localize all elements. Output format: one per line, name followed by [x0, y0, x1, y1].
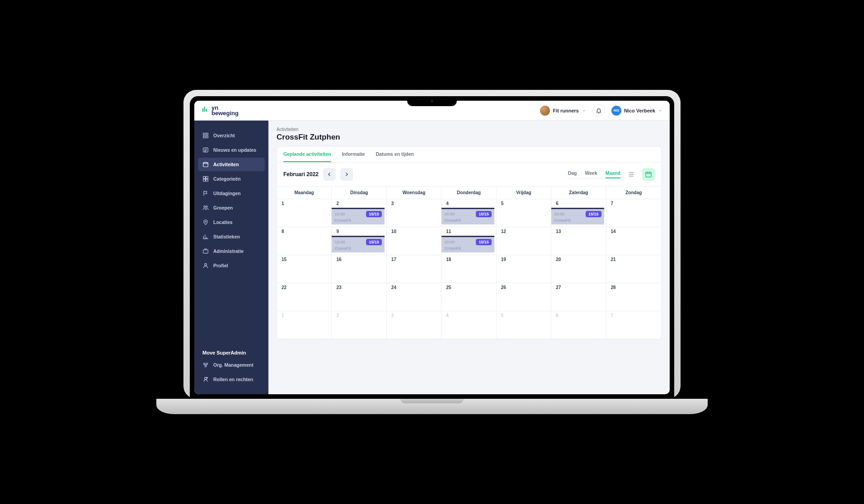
- sidebar-item-overzicht[interactable]: Overzicht: [198, 129, 265, 142]
- user-menu[interactable]: NG Nico Verbeek: [611, 106, 662, 116]
- calendar-day-cell[interactable]: 10: [387, 227, 441, 255]
- user-name: Nico Verbeek: [624, 108, 655, 113]
- calendar-day-cell[interactable]: 910:0015/15CrossFit: [332, 227, 386, 255]
- calendar-day-cell[interactable]: 8: [277, 227, 332, 255]
- calendar-day-number: 7: [606, 201, 661, 206]
- calendar-day-cell[interactable]: 4: [441, 311, 496, 339]
- sidebar-item-groepen[interactable]: Groepen: [198, 201, 265, 215]
- calendar-day-cell[interactable]: 25: [441, 283, 496, 311]
- org-icon: [202, 362, 209, 368]
- sidebar-item-categorieen[interactable]: Categorieën: [198, 172, 265, 186]
- svg-rect-5: [203, 163, 208, 167]
- calendar-day-cell[interactable]: 12: [497, 227, 551, 255]
- pin-icon: [202, 219, 209, 225]
- svg-point-17: [205, 365, 207, 367]
- calendar-day-cell[interactable]: 17: [387, 255, 441, 283]
- next-month-button[interactable]: [340, 168, 353, 181]
- calendar-view-button[interactable]: [642, 168, 655, 181]
- sidebar-item-profiel[interactable]: Profiel: [198, 259, 265, 272]
- calendar-event[interactable]: 10:0015/15CrossFit: [332, 236, 384, 252]
- calendar-day-cell[interactable]: 5: [497, 199, 551, 227]
- calendar-day-cell[interactable]: 1: [277, 199, 332, 227]
- calendar-day-cell[interactable]: 18: [441, 255, 496, 283]
- calendar-day-cell[interactable]: 22: [277, 283, 332, 311]
- event-time: 10:00: [334, 212, 345, 216]
- calendar-day-cell[interactable]: 14: [606, 227, 661, 255]
- calendar-day-cell[interactable]: 210:0015/15CrossFit: [332, 199, 386, 227]
- calendar-day-cell[interactable]: 7: [606, 311, 661, 339]
- sidebar-item-nieuws[interactable]: Nieuws en updates: [198, 143, 265, 157]
- prev-month-button[interactable]: [323, 168, 336, 181]
- calendar-day-cell[interactable]: 23: [332, 283, 386, 311]
- sidebar-item-rollen[interactable]: Rollen en rechten: [198, 373, 265, 386]
- sidebar-item-statistieken[interactable]: Statistieken: [198, 230, 265, 243]
- sidebar-item-label: Administratie: [213, 248, 244, 254]
- calendar-day-cell[interactable]: 26: [497, 283, 551, 311]
- svg-rect-8: [203, 179, 206, 182]
- view-tab-maand[interactable]: Maand: [606, 170, 620, 178]
- sidebar-item-uitdagingen[interactable]: Uitdagingen: [198, 187, 265, 200]
- view-tabs: DagWeekMaand: [568, 170, 620, 178]
- calendar-event[interactable]: 10:0015/15CrossFit: [551, 208, 604, 224]
- sidebar-item-locaties[interactable]: Locaties: [198, 215, 265, 229]
- sidebar-item-label: Rollen en rechten: [213, 377, 253, 382]
- calendar-day-number: 2: [332, 201, 386, 206]
- calendar-day-cell[interactable]: 20: [551, 255, 606, 283]
- sidebar-item-org-mgmt[interactable]: Org. Management: [198, 358, 265, 372]
- body-row: OverzichtNieuws en updatesActiviteitenCa…: [194, 121, 670, 394]
- list-view-button[interactable]: [625, 168, 638, 181]
- chevron-right-icon: [344, 172, 349, 177]
- svg-rect-3: [206, 136, 208, 138]
- calendar-day-cell[interactable]: 3: [387, 311, 441, 339]
- groups-icon: [202, 205, 209, 211]
- calendar-day-cell[interactable]: 19: [497, 255, 551, 283]
- calendar-day-cell[interactable]: 7: [606, 199, 661, 227]
- calendar-day-cell[interactable]: 3: [387, 199, 441, 227]
- event-capacity-badge: 15/15: [366, 211, 382, 217]
- calendar-day-cell[interactable]: 21: [606, 255, 661, 283]
- calendar-day-cell[interactable]: 13: [551, 227, 606, 255]
- calendar-day-cell[interactable]: 610:0015/15CrossFit: [551, 199, 606, 227]
- calendar-day-cell[interactable]: 410:0015/15CrossFit: [441, 199, 496, 227]
- calendar-day-cell[interactable]: 28: [606, 283, 661, 311]
- calendar-event[interactable]: 10:0015/15CrossFit: [332, 208, 384, 224]
- calendar-day-header: Woensdag: [387, 187, 441, 199]
- logo[interactable]: yn beweging: [202, 105, 239, 116]
- calendar-event[interactable]: 10:0015/15CrossFit: [441, 236, 494, 252]
- sidebar-item-administratie[interactable]: Administratie: [198, 244, 265, 258]
- org-switcher[interactable]: Fit runners: [540, 106, 586, 116]
- calendar-day-cell[interactable]: 16: [332, 255, 386, 283]
- calendar-day-cell[interactable]: 1110:0015/15CrossFit: [441, 227, 496, 255]
- svg-point-14: [205, 263, 207, 266]
- notifications-button[interactable]: [592, 104, 605, 117]
- calendar-day-header: Maandag: [277, 187, 332, 199]
- calendar-day-cell[interactable]: 2: [332, 311, 386, 339]
- calendar-day-number: 23: [332, 285, 386, 290]
- tab-1[interactable]: Informatie: [342, 147, 365, 162]
- calendar-day-number: 4: [441, 201, 496, 206]
- flag-icon: [202, 190, 209, 196]
- stats-icon: [202, 233, 209, 240]
- calendar-day-cell[interactable]: 15: [277, 255, 332, 283]
- calendar-day-cell[interactable]: 27: [551, 283, 606, 311]
- sidebar-item-activiteiten[interactable]: Activiteiten: [198, 158, 265, 171]
- calendar-grid: 1210:0015/15CrossFit3410:0015/15CrossFit…: [277, 199, 661, 339]
- laptop-mockup: yn beweging Fit runners: [183, 90, 681, 414]
- svg-rect-9: [206, 179, 208, 182]
- calendar-day-number: 8: [277, 229, 331, 234]
- tab-2[interactable]: Datums en tijden: [376, 147, 414, 162]
- svg-point-11: [206, 206, 208, 208]
- view-tab-dag[interactable]: Dag: [568, 170, 577, 178]
- calendar-day-cell[interactable]: 24: [387, 283, 441, 311]
- calendar-header-row: MaandagDinsdagWoensdagDonderdagVrijdagZa…: [277, 187, 661, 199]
- calendar-day-cell[interactable]: 5: [497, 311, 551, 339]
- event-title: CrossFit: [554, 218, 601, 223]
- calendar-toolbar: Februari 2022 DagWeekMaand: [277, 163, 661, 186]
- calendar-day-number: 7: [606, 313, 661, 318]
- view-tab-week[interactable]: Week: [585, 170, 597, 178]
- calendar-event[interactable]: 10:0015/15CrossFit: [441, 208, 494, 224]
- calendar-day-cell[interactable]: 6: [551, 311, 606, 339]
- page-title: CrossFit Zutphen: [277, 133, 662, 142]
- tab-0[interactable]: Geplande activiteiten: [283, 147, 331, 162]
- calendar-day-cell[interactable]: 1: [277, 311, 332, 339]
